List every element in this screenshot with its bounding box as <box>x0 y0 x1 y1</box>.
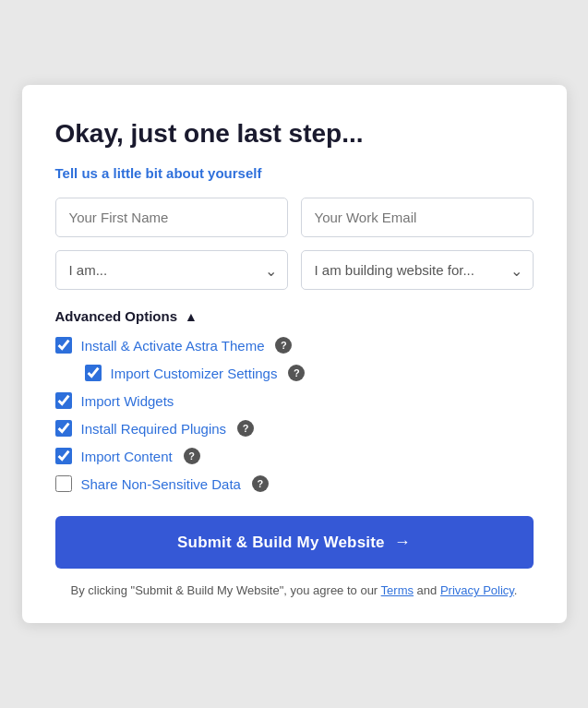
i-am-select[interactable]: I am... Developer Designer Business Owne… <box>55 250 288 290</box>
import-content-checkbox[interactable] <box>55 448 72 464</box>
import-customizer-help-icon[interactable]: ? <box>288 365 305 381</box>
install-astra-help-icon[interactable]: ? <box>275 337 292 354</box>
install-plugins-label: Install Required Plugins <box>81 421 227 437</box>
import-customizer-label: Import Customizer Settings <box>111 366 278 381</box>
submit-button[interactable]: Submit & Build My Website → <box>55 516 534 569</box>
advanced-options-list: Install & Activate Astra Theme ? Import … <box>55 337 534 492</box>
advanced-options-chevron-icon: ▲ <box>185 309 198 324</box>
first-name-input[interactable] <box>55 198 288 237</box>
checkbox-install-plugins: Install Required Plugins ? <box>55 420 534 437</box>
install-plugins-checkbox[interactable] <box>55 420 72 437</box>
page-title: Okay, just one last step... <box>55 118 534 150</box>
submit-label: Submit & Build My Website <box>177 534 385 552</box>
name-email-row <box>55 198 534 237</box>
work-email-input[interactable] <box>301 198 534 237</box>
submit-arrow-icon: → <box>394 533 411 552</box>
i-am-select-wrap: I am... Developer Designer Business Owne… <box>55 250 288 290</box>
install-astra-label: Install & Activate Astra Theme <box>81 338 265 354</box>
advanced-options-toggle[interactable]: Advanced Options ▲ <box>55 308 534 324</box>
import-customizer-checkbox[interactable] <box>85 365 102 381</box>
import-content-help-icon[interactable]: ? <box>184 448 200 464</box>
subtitle: Tell us a little bit about yourself <box>55 165 534 181</box>
install-astra-checkbox[interactable] <box>55 337 72 354</box>
terms-suffix: . <box>514 583 518 597</box>
checkbox-share-data: Share Non-Sensitive Data ? <box>55 475 534 492</box>
selects-row: I am... Developer Designer Business Owne… <box>55 250 534 290</box>
building-for-select[interactable]: I am building website for... Myself A Cl… <box>301 250 534 290</box>
checkbox-import-content: Import Content ? <box>55 448 534 464</box>
terms-and: and <box>414 583 440 597</box>
share-data-help-icon[interactable]: ? <box>252 475 269 492</box>
share-data-label: Share Non-Sensitive Data <box>81 476 241 492</box>
privacy-link[interactable]: Privacy Policy <box>440 583 514 597</box>
advanced-options-label: Advanced Options <box>55 308 178 324</box>
checkbox-import-widgets: Import Widgets <box>55 392 534 409</box>
main-card: Okay, just one last step... Tell us a li… <box>22 85 567 624</box>
terms-link[interactable]: Terms <box>381 583 414 597</box>
terms-text: By clicking "Submit & Build My Website",… <box>55 583 534 597</box>
import-widgets-checkbox[interactable] <box>55 392 72 409</box>
checkbox-import-customizer: Import Customizer Settings ? <box>85 365 534 381</box>
import-widgets-label: Import Widgets <box>81 393 174 409</box>
building-for-select-wrap: I am building website for... Myself A Cl… <box>301 250 534 290</box>
share-data-checkbox[interactable] <box>55 475 72 492</box>
install-plugins-help-icon[interactable]: ? <box>237 420 254 437</box>
import-content-label: Import Content <box>81 449 173 464</box>
terms-prefix: By clicking "Submit & Build My Website",… <box>71 583 381 597</box>
checkbox-install-astra: Install & Activate Astra Theme ? <box>55 337 534 354</box>
